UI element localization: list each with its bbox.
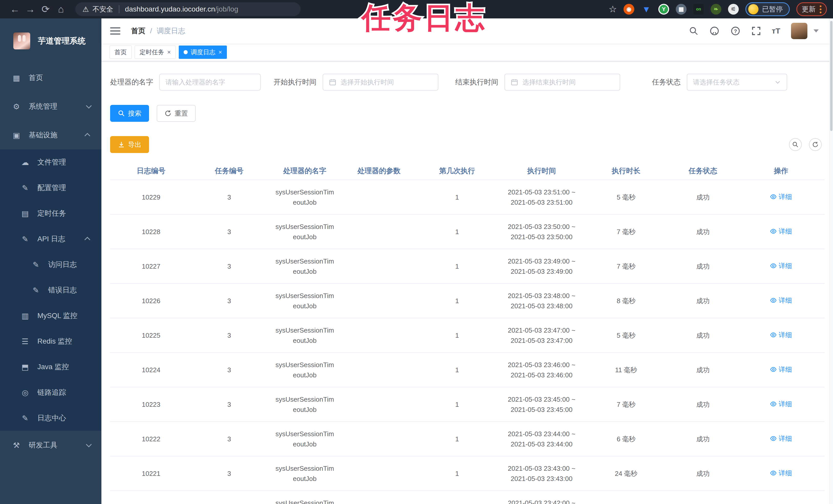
sidebar-item-java[interactable]: ⬒Java 监控 bbox=[0, 354, 101, 380]
detail-link[interactable]: 详细 bbox=[770, 192, 792, 202]
detail-link[interactable]: 详细 bbox=[770, 330, 792, 340]
cloud-icon: ☁ bbox=[20, 158, 31, 167]
begin-time-input[interactable] bbox=[340, 78, 432, 86]
sidebar-item-file[interactable]: ☁文件管理 bbox=[0, 149, 101, 175]
back-icon[interactable]: ← bbox=[7, 0, 23, 19]
user-caret-down-icon[interactable] bbox=[813, 29, 819, 32]
app-shell: 芋道管理系统 ▦首页⚙系统管理▣基础设施☁文件管理✎配置管理▤定时任务✎API … bbox=[0, 19, 833, 504]
end-time-input[interactable] bbox=[522, 78, 614, 86]
close-icon[interactable]: × bbox=[218, 49, 222, 56]
detail-link[interactable]: 详细 bbox=[770, 364, 792, 375]
handler-name-input[interactable] bbox=[165, 78, 255, 86]
hamburger-icon[interactable] bbox=[110, 27, 120, 34]
sidebar-item-redis[interactable]: ☰Redis 监控 bbox=[0, 328, 101, 354]
eye-icon bbox=[770, 401, 777, 407]
sidebar-item-log-center[interactable]: ✎日志中心 bbox=[0, 405, 101, 431]
detail-link[interactable]: 详细 bbox=[770, 399, 792, 409]
home-icon[interactable]: ⌂ bbox=[53, 0, 69, 19]
browser-profile-chip[interactable]: 已暂停 bbox=[745, 2, 790, 16]
close-icon[interactable]: × bbox=[167, 49, 171, 56]
sidebar-item-home[interactable]: ▦首页 bbox=[0, 64, 101, 92]
extension-grid-icon[interactable]: ▦ bbox=[676, 4, 687, 15]
detail-link[interactable]: 详细 bbox=[770, 226, 792, 236]
extensions-puzzle-icon[interactable]: ⚟ bbox=[728, 4, 739, 15]
fullscreen-icon[interactable] bbox=[751, 26, 761, 36]
address-bar[interactable]: ⚠ 不安全 dashboard.yudao.iocoder.cn/job/log bbox=[75, 2, 301, 16]
export-button[interactable]: 导出 bbox=[110, 136, 149, 153]
handler-param-cell bbox=[343, 318, 415, 353]
user-avatar[interactable] bbox=[791, 23, 807, 39]
browser-menu-kebab-icon[interactable] bbox=[820, 5, 822, 13]
eye-icon bbox=[770, 366, 777, 373]
scrollbar-thumb[interactable] bbox=[830, 21, 832, 131]
operation-cell: 详细 bbox=[737, 456, 825, 491]
status-cell: 成功 bbox=[668, 283, 737, 318]
svg-text:?: ? bbox=[734, 28, 737, 34]
execute-index-cell: 1 bbox=[415, 215, 499, 249]
duration-cell: 11 毫秒 bbox=[584, 353, 668, 387]
sidebar-item-label: API 日志 bbox=[38, 234, 65, 244]
table-tools bbox=[789, 138, 824, 151]
tab-调度日志[interactable]: 调度日志× bbox=[179, 46, 227, 59]
extension-leaf-icon[interactable]: ❧ bbox=[711, 4, 721, 15]
extension-on-badge-icon[interactable]: on bbox=[693, 4, 704, 15]
job-id-cell: 3 bbox=[192, 215, 266, 249]
handler-name-cell: sysUserSessionTimeoutJob bbox=[266, 387, 343, 422]
log-id-cell: 10227 bbox=[110, 249, 192, 283]
sidebar-item-config[interactable]: ✎配置管理 bbox=[0, 175, 101, 201]
column-header: 操作 bbox=[737, 162, 825, 180]
extension-green-check-icon[interactable]: Y bbox=[658, 4, 669, 15]
filter-actions: 搜索 重置 bbox=[110, 105, 824, 122]
sidebar-item-label: Redis 监控 bbox=[38, 336, 72, 346]
tab-label: 调度日志 bbox=[191, 48, 215, 56]
font-size-icon[interactable]: ᴛT bbox=[772, 27, 780, 35]
tab-首页[interactable]: 首页 bbox=[110, 46, 132, 59]
sidebar-item-infra[interactable]: ▣基础设施 bbox=[0, 121, 101, 149]
reset-button[interactable]: 重置 bbox=[157, 105, 196, 122]
execute-index-cell: 1 bbox=[415, 387, 499, 422]
extension-orange-icon[interactable]: ◉ bbox=[623, 4, 634, 15]
detail-link[interactable]: 详细 bbox=[770, 433, 792, 444]
job-status-select[interactable]: 请选择任务状态 bbox=[687, 74, 787, 91]
task-icon: ▤ bbox=[20, 209, 31, 218]
sidebar-item-trace[interactable]: ◎链路追踪 bbox=[0, 380, 101, 405]
reload-icon[interactable]: ⟳ bbox=[38, 0, 53, 19]
detail-link[interactable]: 详细 bbox=[770, 468, 792, 478]
sidebar-item-error-log[interactable]: ✎错误日志 bbox=[0, 277, 101, 303]
tab-定时任务[interactable]: 定时任务× bbox=[135, 46, 176, 59]
sidebar-logo-row[interactable]: 芋道管理系统 bbox=[0, 19, 101, 64]
search-button[interactable]: 搜索 bbox=[110, 105, 149, 122]
browser-toolbar-right: ☆ ◉ ▼ Y ▦ on ❧ ⚟ 已暂停 更新 bbox=[609, 2, 833, 16]
sidebar-item-job[interactable]: ▤定时任务 bbox=[0, 201, 101, 226]
toggle-search-button[interactable] bbox=[789, 138, 802, 151]
github-icon[interactable] bbox=[709, 26, 719, 36]
detail-link[interactable]: 详细 bbox=[770, 502, 792, 504]
bookmark-star-icon[interactable]: ☆ bbox=[609, 4, 617, 15]
sidebar-item-access-log[interactable]: ✎访问日志 bbox=[0, 252, 101, 277]
job-id-cell: 3 bbox=[192, 318, 266, 353]
refresh-table-button[interactable] bbox=[809, 138, 822, 151]
monitor-icon: ▣ bbox=[11, 131, 22, 140]
profile-emoji-avatar bbox=[748, 4, 759, 14]
status-cell: 成功 bbox=[668, 180, 737, 215]
sidebar-item-system[interactable]: ⚙系统管理 bbox=[0, 92, 101, 121]
extension-lighthouse-icon[interactable]: ▼ bbox=[641, 4, 652, 15]
page-scrollbar[interactable] bbox=[829, 19, 833, 504]
browser-update-button[interactable]: 更新 bbox=[796, 2, 827, 16]
detail-link[interactable]: 详细 bbox=[770, 295, 792, 305]
refresh-icon bbox=[812, 141, 819, 148]
search-icon[interactable] bbox=[689, 26, 698, 36]
detail-link[interactable]: 详细 bbox=[770, 261, 792, 271]
help-question-icon[interactable]: ? bbox=[730, 26, 741, 36]
sidebar-item-dev-tools[interactable]: ⚒研发工具 bbox=[0, 431, 101, 459]
handler-param-cell bbox=[343, 491, 415, 504]
status-cell: 成功 bbox=[668, 422, 737, 456]
job-log-table: 日志编号任务编号处理器的名字处理器的参数第几次执行执行时间执行时长任务状态操作 … bbox=[110, 162, 825, 504]
breadcrumb-home[interactable]: 首页 bbox=[131, 26, 145, 36]
forward-icon[interactable]: → bbox=[23, 0, 38, 19]
detail-link-label: 详细 bbox=[779, 433, 792, 444]
handler-param-cell bbox=[343, 422, 415, 456]
sidebar-item-mysql[interactable]: ▥MySQL 监控 bbox=[0, 303, 101, 328]
sidebar-item-api-log[interactable]: ✎API 日志 bbox=[0, 226, 101, 252]
operation-cell: 详细 bbox=[737, 249, 825, 283]
